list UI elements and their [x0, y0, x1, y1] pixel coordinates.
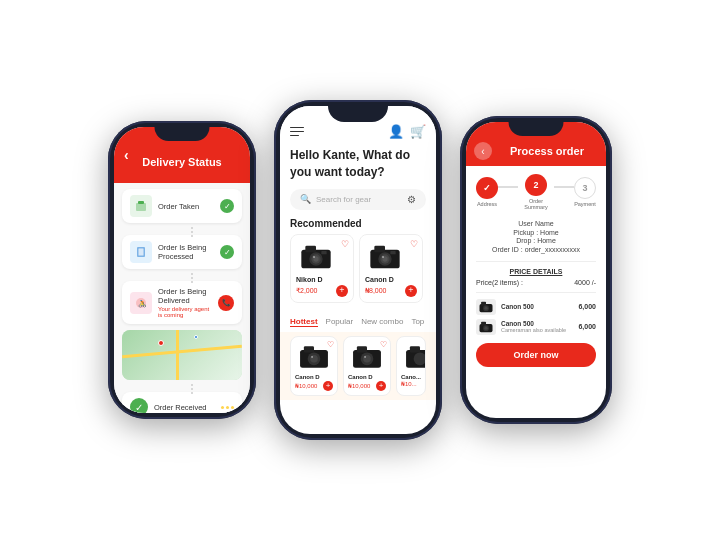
tab-new-combo[interactable]: New combo	[361, 317, 403, 327]
step-payment-label: Payment	[574, 201, 596, 207]
step-address-circle: ✓	[476, 177, 498, 199]
svg-point-36	[484, 307, 487, 310]
tab-top[interactable]: Top	[411, 317, 424, 327]
item-2-thumb	[476, 319, 496, 335]
product-nikon[interactable]: ♡ Nikon D ₹2,000	[290, 234, 354, 303]
phone-main-shop: 👤 🛒 Hello Kante, What do you want today?…	[274, 100, 442, 440]
back-icon[interactable]: ‹	[124, 147, 129, 163]
add-hottest-2[interactable]: +	[376, 381, 386, 391]
order-now-button[interactable]: Order now	[476, 343, 596, 367]
tab-hottest[interactable]: Hottest	[290, 317, 318, 327]
p1-body: Order Taken ✓ Order Is Being Processed ✓	[114, 183, 250, 413]
svg-point-32	[414, 352, 426, 365]
step-address-label: Address	[477, 201, 497, 207]
svg-point-29	[364, 356, 366, 358]
price-summary-row: Price(2 items) : 4000 /-	[476, 279, 596, 286]
recommended-title: Recommended	[280, 218, 436, 234]
user-name: User Name	[476, 220, 596, 227]
hottest-product-3[interactable]: Cano... ₦10...	[396, 336, 426, 396]
hottest-name-1: Canon D	[295, 374, 333, 380]
item-2-sub: Cameraman also available	[501, 327, 573, 333]
notch-3	[509, 122, 564, 136]
svg-rect-34	[481, 302, 486, 306]
svg-rect-1	[138, 201, 144, 204]
hottest-price-row-1: ₦10,000 +	[295, 381, 333, 391]
hottest-heart-2[interactable]: ♡	[380, 340, 387, 349]
svg-point-18	[382, 256, 384, 258]
delivery-status-title: Delivery Status	[142, 156, 221, 168]
cart-icon[interactable]: 🛒	[410, 124, 426, 139]
svg-rect-3	[139, 249, 144, 256]
order-taken-icon	[130, 195, 152, 217]
order-processing-check: ✓	[220, 245, 234, 259]
svg-rect-14	[374, 245, 385, 252]
step-line-1	[498, 186, 518, 188]
order-taken-check: ✓	[220, 199, 234, 213]
user-icon[interactable]: 👤	[388, 124, 404, 139]
order-received-item: ✓ Order Received	[122, 392, 242, 413]
nikon-camera-image	[296, 240, 336, 270]
svg-rect-7	[305, 245, 316, 252]
divider-2	[476, 292, 596, 293]
svg-rect-19	[390, 251, 395, 254]
drop-info: Drop : Home	[476, 237, 596, 244]
p3-back-button[interactable]: ‹	[474, 142, 492, 160]
hottest-heart-1[interactable]: ♡	[327, 340, 334, 349]
heart-icon-1[interactable]: ♡	[341, 239, 349, 249]
svg-point-28	[363, 355, 371, 363]
order-steps: ✓ Address 2 Order Summary 3 Payment	[476, 174, 596, 210]
recommended-section: Recommended ♡	[280, 218, 436, 315]
add-nikon-button[interactable]: +	[336, 285, 348, 297]
process-order-title: Process order	[498, 145, 596, 157]
search-bar[interactable]: 🔍 Search for gear ⚙	[290, 189, 426, 210]
heart-icon-2[interactable]: ♡	[410, 239, 418, 249]
svg-rect-38	[481, 322, 486, 326]
order-delivering-label: Order Is Being Delivered	[158, 287, 212, 305]
svg-text:🚴: 🚴	[138, 299, 147, 308]
item-1-name: Canon 500	[501, 303, 573, 310]
hottest-price-3: ₦10...	[401, 380, 421, 387]
product-canon[interactable]: ♡ Canon D ₦8,000	[359, 234, 423, 303]
item-1-price: 6,000	[578, 303, 596, 310]
order-delivering-sub: Your delivery agent is coming	[158, 306, 212, 318]
order-item-1: Canon 500 6,000	[476, 299, 596, 315]
svg-rect-12	[321, 251, 326, 254]
add-hottest-1[interactable]: +	[323, 381, 333, 391]
notch-1	[155, 127, 210, 141]
canon-price: ₦8,000	[365, 287, 387, 295]
step-summary-circle: 2	[525, 174, 547, 196]
order-item-2: Canon 500 Cameraman also available 6,000	[476, 319, 596, 335]
p3-body: ✓ Address 2 Order Summary 3 Payment	[466, 166, 606, 375]
svg-point-11	[313, 256, 315, 258]
search-input[interactable]: Search for gear	[316, 195, 402, 204]
search-icon: 🔍	[300, 194, 311, 204]
hottest-price-row-2: ₦10,000 +	[348, 381, 386, 391]
svg-rect-0	[136, 203, 146, 211]
step-summary-label: Order Summary	[518, 198, 554, 210]
order-delivering-icon: 🚴	[130, 292, 152, 314]
item-1-thumb	[476, 299, 496, 315]
hottest-name-2: Canon D	[348, 374, 386, 380]
order-taken-label: Order Taken	[158, 202, 214, 211]
order-processing-icon	[130, 241, 152, 263]
canon-price-row: ₦8,000 +	[365, 285, 417, 297]
hottest-product-1[interactable]: ♡ Canon D ₦10,000 +	[290, 336, 338, 396]
notch-2	[328, 106, 388, 122]
canon-name: Canon D	[365, 276, 417, 283]
hottest-product-2[interactable]: ♡ Canon D ₦10,000 +	[343, 336, 391, 396]
nikon-price-row: ₹2,000 +	[296, 285, 348, 297]
hottest-price-1: ₦10,000	[295, 382, 317, 389]
order-received-check: ✓	[130, 398, 148, 413]
svg-point-23	[310, 355, 318, 363]
add-canon-button[interactable]: +	[405, 285, 417, 297]
hamburger-icon[interactable]	[290, 127, 304, 137]
item-2-name: Canon 500	[501, 320, 573, 327]
filter-icon[interactable]: ⚙	[407, 194, 416, 205]
tab-popular[interactable]: Popular	[326, 317, 354, 327]
pickup-info: Pickup : Home	[476, 229, 596, 236]
order-taken-item: Order Taken ✓	[122, 189, 242, 223]
divider-1	[476, 261, 596, 262]
call-button[interactable]: 📞	[218, 295, 234, 311]
step-line-2	[554, 186, 574, 188]
price-summary-label: Price(2 items) :	[476, 279, 523, 286]
